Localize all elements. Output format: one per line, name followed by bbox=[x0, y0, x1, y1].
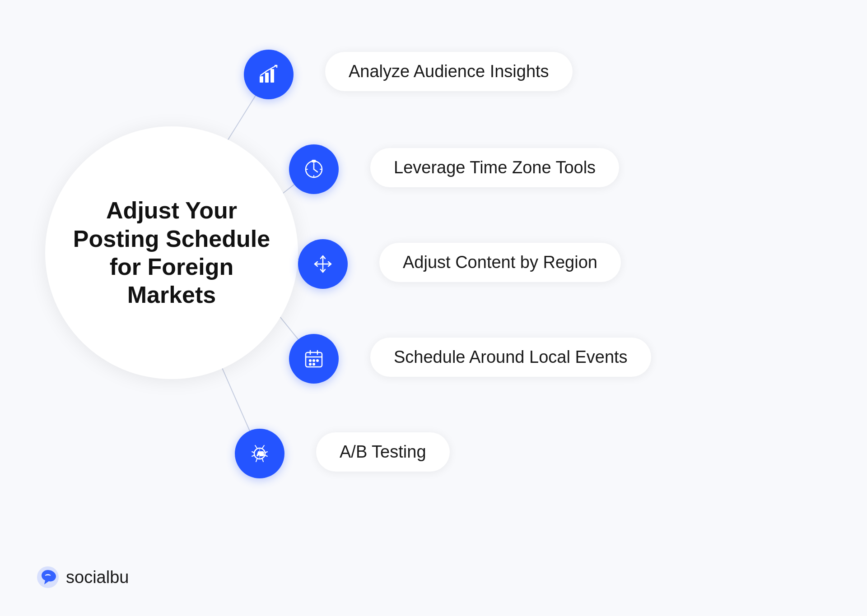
logo-text: socialbu bbox=[66, 568, 129, 587]
main-canvas: Adjust Your Posting Schedule for Foreign… bbox=[0, 0, 867, 616]
svg-line-34 bbox=[252, 455, 254, 456]
icon-circle-5: A B bbox=[235, 429, 284, 478]
crosshair-icon bbox=[311, 252, 335, 276]
label-1: Analyze Audience Insights bbox=[325, 52, 573, 91]
svg-point-25 bbox=[309, 363, 311, 365]
svg-rect-6 bbox=[265, 73, 269, 83]
svg-rect-15 bbox=[312, 160, 316, 162]
svg-rect-7 bbox=[270, 69, 274, 83]
svg-line-38 bbox=[262, 459, 263, 462]
svg-line-36 bbox=[265, 455, 267, 456]
svg-line-33 bbox=[252, 452, 254, 453]
icon-circle-4 bbox=[289, 334, 339, 384]
svg-line-31 bbox=[255, 445, 257, 448]
svg-text:B: B bbox=[260, 451, 264, 457]
svg-point-26 bbox=[313, 363, 315, 365]
center-title: Adjust Your Posting Schedule for Foreign… bbox=[45, 178, 298, 327]
center-circle: Adjust Your Posting Schedule for Foreign… bbox=[45, 126, 298, 379]
label-4: Schedule Around Local Events bbox=[370, 338, 651, 377]
clock-icon bbox=[302, 157, 326, 181]
svg-line-37 bbox=[256, 459, 257, 462]
svg-line-10 bbox=[314, 169, 317, 172]
svg-line-32 bbox=[262, 445, 264, 448]
icon-circle-2 bbox=[289, 144, 339, 194]
svg-line-35 bbox=[265, 452, 267, 453]
label-3: Adjust Content by Region bbox=[379, 243, 621, 282]
svg-point-22 bbox=[309, 360, 311, 361]
label-5: A/B Testing bbox=[316, 432, 450, 472]
chart-up-icon bbox=[257, 63, 280, 86]
label-2: Leverage Time Zone Tools bbox=[370, 148, 619, 187]
logo: socialbu bbox=[36, 565, 129, 589]
socialbu-logo-icon bbox=[36, 565, 60, 589]
svg-rect-5 bbox=[260, 76, 263, 83]
icon-circle-1 bbox=[244, 50, 294, 99]
calendar-icon bbox=[302, 347, 326, 371]
svg-point-23 bbox=[313, 360, 315, 361]
ab-test-icon: A B bbox=[248, 442, 271, 465]
icon-circle-3 bbox=[298, 239, 348, 289]
svg-point-24 bbox=[317, 360, 318, 361]
